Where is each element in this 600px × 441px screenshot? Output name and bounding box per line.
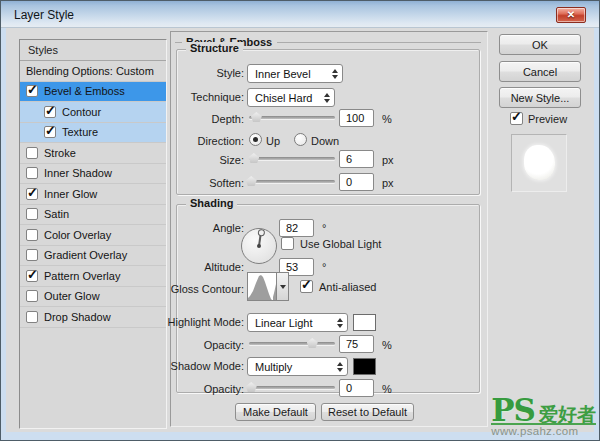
- slider-thumb[interactable]: [251, 112, 262, 122]
- style-item-label: Gradient Overlay: [44, 249, 127, 261]
- anti-aliased-label: Anti-aliased: [319, 281, 376, 293]
- style-item-label: Texture: [62, 126, 98, 138]
- angle-unit: °: [322, 222, 326, 234]
- direction-down-radio[interactable]: [294, 133, 307, 146]
- angle-label: Angle:: [94, 222, 244, 234]
- highlight-opacity-label: Opacity:: [94, 339, 244, 351]
- updown-arrows-icon: [337, 318, 343, 328]
- altitude-label: Altitude:: [94, 261, 244, 273]
- style-checkbox[interactable]: [26, 147, 38, 159]
- shadow-opacity-slider[interactable]: [249, 382, 335, 393]
- style-dropdown[interactable]: Inner Bevel: [247, 64, 343, 83]
- style-checkbox[interactable]: [26, 85, 38, 97]
- preview-thumbnail: [511, 134, 567, 192]
- style-checkbox[interactable]: [26, 229, 38, 241]
- dial-center-dot: [257, 244, 261, 248]
- preview-checkbox[interactable]: [510, 112, 523, 125]
- close-button[interactable]: ✕: [556, 7, 586, 23]
- style-checkbox[interactable]: [26, 290, 38, 302]
- layer-style-dialog: Layer Style ✕ Styles Blending Options: C…: [0, 0, 600, 441]
- highlight-opacity-unit: %: [382, 339, 392, 351]
- technique-label: Technique:: [94, 91, 244, 103]
- updown-arrows-icon: [324, 93, 330, 103]
- slider-track[interactable]: [249, 157, 335, 160]
- angle-dial[interactable]: [241, 228, 277, 264]
- highlight-mode-dropdown[interactable]: Linear Light: [247, 313, 348, 332]
- dialog-body: Styles Blending Options: Custom Bevel & …: [6, 28, 594, 432]
- highlight-mode-label: Highlight Mode:: [94, 316, 244, 328]
- shadow-color-swatch[interactable]: [353, 358, 376, 375]
- depth-input[interactable]: 100: [339, 109, 374, 127]
- gloss-contour-picker[interactable]: [247, 272, 289, 301]
- style-checkbox[interactable]: [26, 249, 38, 261]
- size-slider[interactable]: [249, 153, 335, 164]
- shadow-opacity-input[interactable]: 0: [339, 379, 374, 397]
- structure-legend: Structure: [186, 42, 243, 54]
- slider-track[interactable]: [249, 116, 335, 119]
- size-label: Size:: [94, 154, 244, 166]
- style-value: Inner Bevel: [255, 68, 328, 80]
- use-global-light-checkbox[interactable]: [281, 237, 294, 250]
- watermark-brand: PS: [491, 395, 535, 426]
- use-global-light-label: Use Global Light: [300, 238, 381, 250]
- style-checkbox[interactable]: [26, 311, 38, 323]
- style-checkbox[interactable]: [26, 208, 38, 220]
- contour-thumbnail[interactable]: [247, 272, 277, 301]
- shading-legend: Shading: [186, 197, 237, 209]
- style-item-label: Inner Glow: [44, 188, 97, 200]
- soften-input[interactable]: 0: [339, 173, 374, 191]
- slider-thumb[interactable]: [248, 153, 259, 163]
- watermark: PS 爱好者 www.psahz.com: [491, 395, 596, 438]
- style-checkbox[interactable]: [44, 126, 56, 138]
- reset-to-default-button[interactable]: Reset to Default: [321, 403, 414, 421]
- preview-label: Preview: [528, 113, 567, 125]
- highlight-opacity-input[interactable]: 75: [339, 335, 374, 353]
- slider-track[interactable]: [249, 386, 335, 389]
- contour-curve-icon: [248, 273, 276, 300]
- slider-track[interactable]: [249, 180, 335, 183]
- window-title: Layer Style: [14, 8, 74, 22]
- shadow-mode-label: Shadow Mode:: [94, 360, 244, 372]
- highlight-mode-value: Linear Light: [255, 317, 333, 329]
- styles-header: Styles: [20, 40, 166, 61]
- anti-aliased-checkbox[interactable]: [300, 280, 313, 293]
- size-unit: px: [382, 154, 394, 166]
- soften-label: Soften:: [94, 177, 244, 189]
- angle-input[interactable]: 82: [279, 219, 314, 237]
- size-input[interactable]: 6: [339, 150, 374, 168]
- direction-up-radio[interactable]: [249, 133, 262, 146]
- ok-button[interactable]: OK: [499, 34, 581, 55]
- bevel-emboss-panel: Bevel & Emboss Structure Style: Inner Be…: [170, 31, 488, 427]
- slider-track[interactable]: [249, 342, 335, 345]
- watermark-brand-cn: 爱好者: [539, 405, 596, 424]
- depth-slider[interactable]: [249, 112, 335, 123]
- shadow-opacity-unit: %: [382, 383, 392, 395]
- updown-arrows-icon: [332, 69, 338, 79]
- soften-slider[interactable]: [249, 176, 335, 187]
- direction-label: Direction:: [94, 135, 244, 147]
- make-default-button[interactable]: Make Default: [235, 403, 316, 421]
- depth-label: Depth:: [94, 113, 244, 125]
- shadow-mode-dropdown[interactable]: Multiply: [247, 357, 348, 376]
- contour-dropdown-arrow[interactable]: [277, 272, 289, 301]
- new-style-button[interactable]: New Style...: [499, 87, 581, 108]
- style-checkbox[interactable]: [44, 106, 56, 118]
- shadow-mode-value: Multiply: [255, 361, 333, 373]
- preview-layer-blob: [524, 145, 555, 180]
- close-icon: ✕: [567, 10, 575, 20]
- depth-unit: %: [382, 113, 392, 125]
- cancel-button[interactable]: Cancel: [499, 61, 581, 82]
- watermark-url: www.psahz.com: [491, 423, 596, 438]
- updown-arrows-icon: [337, 362, 343, 372]
- highlight-color-swatch[interactable]: [353, 314, 376, 331]
- titlebar[interactable]: Layer Style ✕: [1, 1, 599, 28]
- slider-thumb[interactable]: [307, 338, 318, 348]
- technique-dropdown[interactable]: Chisel Hard: [247, 88, 335, 107]
- style-label: Style:: [94, 67, 244, 79]
- style-checkbox[interactable]: [26, 167, 38, 179]
- highlight-opacity-slider[interactable]: [249, 338, 335, 349]
- style-checkbox[interactable]: [26, 188, 38, 200]
- style-item-label: Outer Glow: [44, 290, 100, 302]
- style-item-label: Satin: [44, 208, 69, 220]
- style-checkbox[interactable]: [26, 270, 38, 282]
